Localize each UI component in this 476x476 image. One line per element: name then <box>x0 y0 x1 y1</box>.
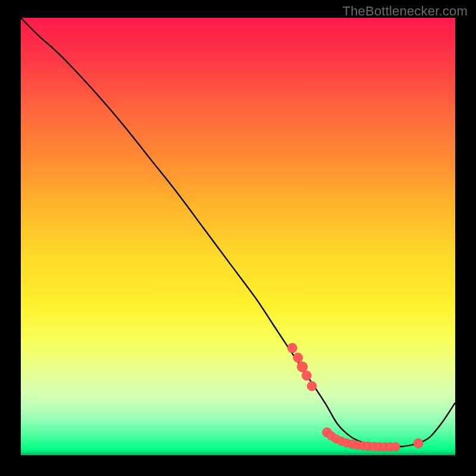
plot-area <box>21 18 455 455</box>
plot-svg <box>21 18 455 455</box>
curve-marker <box>307 381 317 391</box>
curve-markers <box>287 343 423 452</box>
curve-marker <box>392 442 400 451</box>
curve-marker <box>293 353 303 362</box>
curve-marker <box>414 439 423 448</box>
curve-marker <box>297 362 308 372</box>
chart-frame: TheBottlenecker.com <box>0 0 476 476</box>
curve-marker <box>287 343 297 353</box>
watermark-text: TheBottlenecker.com <box>343 4 468 19</box>
curve-marker <box>302 371 311 380</box>
bottleneck-curve <box>21 18 455 447</box>
